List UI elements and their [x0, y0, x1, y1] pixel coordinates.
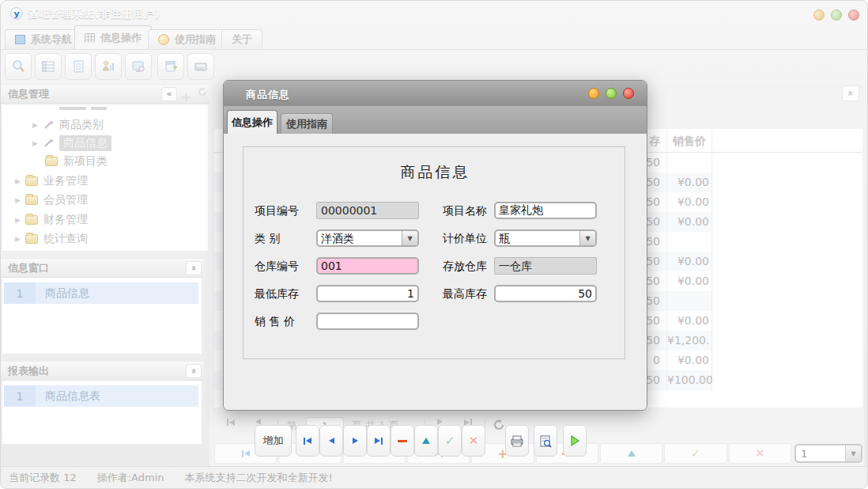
price-field[interactable] — [316, 313, 419, 330]
unit-select[interactable]: 瓶 ▼ — [494, 229, 597, 247]
refresh-icon[interactable] — [197, 86, 208, 97]
folder-icon — [25, 195, 38, 205]
price-input[interactable] — [318, 314, 417, 328]
dialog-maximize-button[interactable] — [606, 88, 617, 99]
expand-arrow-icon[interactable]: ▶ — [15, 177, 21, 185]
member-report-button[interactable] — [95, 53, 122, 80]
prev-record-button[interactable] — [319, 425, 343, 457]
chevron-down-icon[interactable]: ▼ — [845, 445, 861, 461]
expand-arrow-icon[interactable]: ▶ — [32, 121, 38, 129]
warehouse-no-input[interactable] — [318, 259, 417, 273]
tab-label: 使用指南 — [175, 32, 216, 47]
max-stock-label: 最高库存 — [443, 287, 487, 301]
delete-record-button[interactable] — [391, 425, 414, 457]
maximize-button[interactable] — [831, 9, 842, 21]
status-bar: 当前记录数 12 操作者:Admin 本系统支持二次开发和全新开发! — [1, 466, 867, 488]
list-item-number: 1 — [4, 385, 36, 407]
list-item-label: 商品信息 — [36, 282, 198, 304]
chevron-down-icon[interactable]: ▼ — [579, 231, 595, 245]
nav-post-button[interactable]: ✓ — [664, 443, 726, 464]
next-page-button[interactable] — [437, 419, 443, 425]
tab-info-operation[interactable]: 信息操作 — [74, 25, 152, 49]
tree-item-stats-query[interactable]: ▶ 统计查询 — [15, 230, 88, 248]
edit-record-button[interactable] — [414, 425, 438, 457]
refresh-page-icon[interactable] — [492, 419, 505, 431]
monitor-search-button[interactable] — [125, 53, 152, 80]
prev-page-button[interactable] — [255, 419, 261, 425]
record-count-combo[interactable]: ▼ — [794, 444, 862, 463]
folder-icon — [25, 234, 38, 244]
add-icon[interactable]: + — [181, 88, 191, 107]
tab-user-guide[interactable]: 使用指南 — [148, 29, 226, 49]
first-record-button[interactable] — [296, 425, 319, 457]
expand-arrow-icon[interactable]: ▶ — [15, 235, 21, 243]
dialog-tab-user-guide[interactable]: 使用指南 — [281, 113, 333, 134]
nav-cancel-button[interactable]: ✕ — [729, 443, 791, 464]
first-page-button[interactable] — [227, 419, 235, 426]
tab-system-nav[interactable]: 系统导航 — [5, 29, 82, 49]
tree-item-new-project[interactable]: 新项目类 — [45, 153, 108, 170]
category-label: 类 别 — [255, 232, 280, 246]
warehouse-no-label: 仓库编号 — [255, 260, 299, 274]
document-button[interactable] — [65, 53, 92, 80]
list-view-button[interactable] — [35, 53, 62, 80]
next-record-button[interactable] — [343, 425, 367, 457]
expand-arrow-icon[interactable]: ▶ — [15, 216, 21, 224]
panel-header-info-mgmt: 信息管理 « + — [1, 84, 209, 104]
item-name-label: 项目名称 — [443, 204, 487, 218]
app-logo-icon: y — [10, 7, 23, 20]
dialog-tab-info-operation[interactable]: 信息操作 — [227, 110, 277, 134]
report-output-list: 1 商品信息表 — [2, 381, 202, 444]
cancel-record-button[interactable]: ✕ — [462, 425, 485, 457]
min-stock-field[interactable] — [316, 285, 419, 302]
collapse-content-button[interactable]: « — [842, 85, 859, 101]
system-nav-icon — [15, 35, 25, 44]
warehouse-no-field[interactable] — [316, 257, 419, 275]
dialog-minimize-button[interactable] — [588, 88, 599, 99]
dialog-close-button[interactable] — [623, 88, 634, 99]
last-record-button[interactable] — [367, 425, 391, 457]
minimize-button[interactable] — [813, 9, 825, 21]
print-button[interactable] — [505, 425, 529, 457]
list-item[interactable]: 1 商品信息表 — [4, 385, 198, 407]
max-stock-field[interactable] — [494, 285, 597, 302]
search-button[interactable] — [5, 53, 32, 80]
category-select[interactable]: 洋酒类 ▼ — [316, 229, 419, 247]
dialog-titlebar[interactable]: 商品信息 — [224, 81, 647, 106]
tree-item-business-mgmt[interactable]: ▶ 业务管理 — [15, 172, 88, 190]
tree-item-product-info[interactable]: ▶ 商品信息 — [32, 135, 111, 152]
print-preview-button[interactable] — [534, 425, 557, 457]
tree-item-finance-mgmt[interactable]: ▶ 财务管理 — [15, 211, 88, 229]
tree-item-member-mgmt[interactable]: ▶ 会员管理 — [15, 191, 88, 209]
panel-title: 报表输出 — [8, 365, 49, 377]
archive-button[interactable] — [187, 53, 214, 80]
item-name-field[interactable] — [494, 202, 597, 219]
max-stock-input[interactable] — [496, 286, 595, 301]
expand-arrow-icon[interactable]: ▶ — [32, 139, 38, 147]
close-button[interactable] — [848, 9, 859, 21]
item-name-input[interactable] — [496, 203, 595, 218]
tree-item-product-category[interactable]: ▶ 商品类别 — [32, 116, 104, 134]
chevron-down-icon[interactable]: ▼ — [402, 231, 417, 245]
panel-header-info-window: 信息窗口 « — [1, 258, 203, 278]
min-stock-input[interactable] — [318, 286, 417, 301]
run-button[interactable] — [563, 425, 587, 457]
tab-about[interactable]: 关于 — [221, 29, 262, 49]
screen: y 酒吧管理系统(非注册用户) 系统导航 信息操作 使用指南 — [0, 0, 868, 489]
min-stock-label: 最低库存 — [255, 287, 299, 301]
collapse-up-button[interactable]: « — [186, 364, 202, 378]
nav-edit-button[interactable] — [600, 443, 662, 464]
collapse-up-button[interactable]: « — [186, 261, 202, 275]
add-record-button[interactable]: 增加 — [255, 425, 292, 457]
post-record-button[interactable]: ✓ — [438, 425, 462, 457]
window-add-button[interactable] — [157, 53, 184, 80]
expand-arrow-icon[interactable]: ▶ — [15, 196, 21, 204]
collapse-left-button[interactable]: « — [161, 87, 177, 101]
tree-label: 商品类别 — [59, 118, 104, 132]
window-add-icon — [164, 59, 178, 74]
col-header-price[interactable]: 销售价 — [667, 129, 712, 152]
printer-icon — [510, 434, 524, 448]
combo-value[interactable] — [796, 448, 845, 460]
list-item[interactable]: 1 商品信息 — [4, 282, 198, 304]
window-controls — [813, 9, 859, 21]
